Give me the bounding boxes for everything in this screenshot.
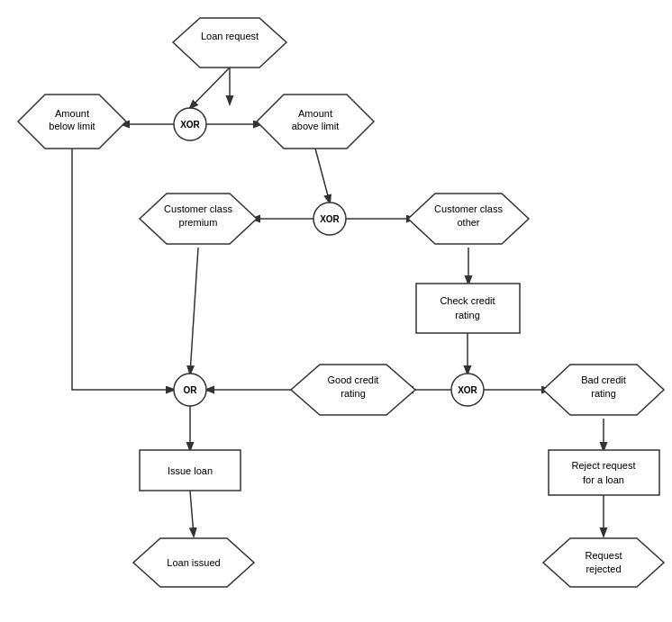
request-rejected-label: Request [586,550,622,561]
svg-text:rating: rating [591,388,616,399]
customer-premium-label: Customer class [164,203,232,214]
xor1-node: XOR [174,108,206,140]
svg-line-4 [315,149,330,203]
good-credit-node: Good credit rating [291,365,415,415]
svg-text:other: other [457,217,479,228]
loan-issued-node: Loan issued [133,538,254,587]
svg-text:rating: rating [455,310,480,320]
issue-loan-node: Issue loan [140,450,241,491]
amount-above-node: Amount above limit [257,95,374,149]
svg-text:below limit: below limit [49,121,95,131]
svg-marker-40 [543,538,664,587]
svg-rect-28 [416,284,520,333]
xor2-node: XOR [313,203,346,235]
xor1-label: XOR [180,120,200,130]
reject-request-node: Reject request for a loan [549,450,659,495]
diagram-container: Loan request XOR Amount below limit Amou… [0,0,672,622]
svg-text:rating: rating [341,388,366,399]
bad-credit-node: Bad credit rating [543,365,664,415]
amount-below-label: Amount [55,108,89,119]
loan-issued-label: Loan issued [167,557,220,568]
request-rejected-node: Request rejected [543,538,664,587]
svg-text:rejected: rejected [586,563,621,574]
svg-rect-38 [549,450,659,495]
xor2-label: XOR [320,214,340,224]
svg-line-1 [190,68,230,108]
issue-loan-label: Issue loan [168,465,213,476]
amount-below-node: Amount below limit [18,95,126,149]
loan-request-label: Loan request [201,31,259,41]
svg-text:above limit: above limit [292,121,340,131]
svg-line-12 [190,248,198,374]
loan-request-node: Loan request [173,18,286,68]
svg-marker-17 [173,18,286,68]
flowchart-svg: Loan request XOR Amount below limit Amou… [0,0,672,622]
reject-request-label: Reject request [572,460,636,471]
bad-credit-label: Bad credit [581,374,626,385]
svg-text:for a loan: for a loan [583,474,624,485]
svg-line-14 [190,491,194,536]
customer-other-node: Customer class other [408,194,529,244]
amount-above-label: Amount [298,108,332,119]
customer-premium-node: Customer class premium [140,194,257,244]
good-credit-label: Good credit [328,374,379,385]
or-label: OR [184,385,198,395]
customer-other-label: Customer class [434,203,503,214]
check-credit-node: Check credit rating [416,284,520,333]
xor3-node: XOR [451,374,484,406]
svg-text:premium: premium [179,217,218,228]
check-credit-label: Check credit [440,295,495,306]
xor3-label: XOR [458,385,477,395]
or-node: OR [174,374,206,406]
